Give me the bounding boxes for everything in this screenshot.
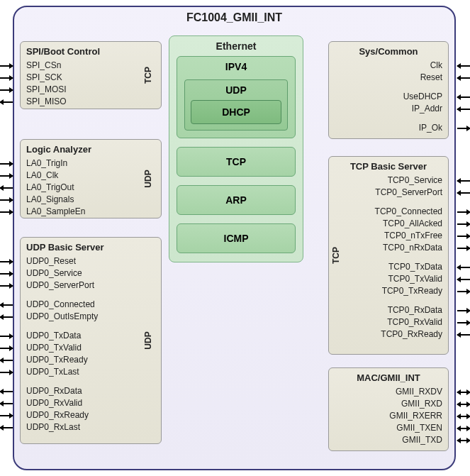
port-arrow bbox=[457, 416, 470, 417]
port-arrow bbox=[457, 192, 470, 194]
port-arrow bbox=[457, 109, 470, 110]
signal-label: IP_Ok bbox=[335, 122, 442, 134]
port-arrow bbox=[0, 427, 13, 428]
signal-label: UDP0_RxReady bbox=[26, 409, 155, 421]
icmp-block: ICMP bbox=[177, 223, 296, 253]
signal-label: GMII_TXD bbox=[335, 434, 442, 446]
port-arrow bbox=[0, 175, 13, 177]
port-arrow bbox=[457, 77, 470, 79]
signal-label: TCP0_nRxData bbox=[335, 242, 442, 254]
protocol-tag: TCP bbox=[143, 67, 153, 84]
port-arrow bbox=[0, 360, 13, 361]
port-arrow bbox=[457, 267, 470, 268]
signal-label: LA0_Signals bbox=[26, 194, 155, 206]
signal-label: GMII_RXERR bbox=[335, 410, 442, 422]
ethernet-title: Ethernet bbox=[177, 40, 296, 52]
signal-label: UDP0_TxReady bbox=[26, 354, 155, 366]
block-title: TCP Basic Server bbox=[335, 161, 442, 172]
signal-label: UDP0_RxData bbox=[26, 385, 155, 397]
signal-label: UDP0_Reset bbox=[26, 255, 155, 267]
signal-label: Reset bbox=[335, 72, 442, 84]
protocol-tag: TCP bbox=[331, 247, 341, 264]
protocol-tag: UDP bbox=[142, 170, 152, 187]
signal-label: LA0_SampleEn bbox=[26, 206, 155, 218]
signal-label: TCP0_AllAcked bbox=[335, 218, 442, 230]
port-arrow bbox=[457, 428, 470, 429]
port-arrow bbox=[0, 273, 13, 275]
port-arrow bbox=[0, 187, 13, 189]
signal-label: UDP0_TxData bbox=[26, 330, 155, 342]
port-arrow bbox=[457, 96, 470, 98]
signal-label: TCP0_TxReady bbox=[335, 285, 442, 297]
port-arrow bbox=[457, 248, 470, 249]
signal-label: SPI_CSn bbox=[26, 60, 155, 72]
signal-label: TCP0_Service bbox=[335, 175, 442, 187]
port-arrow bbox=[0, 77, 13, 79]
dhcp-block: DHCP bbox=[191, 100, 281, 124]
signal-label: TCP0_RxReady bbox=[335, 328, 442, 341]
port-arrow bbox=[0, 211, 13, 213]
port-arrow bbox=[0, 65, 13, 67]
udp-block: UDP DHCP bbox=[184, 79, 288, 131]
signal-label: Clk bbox=[335, 60, 442, 72]
signal-label: IP_Addr bbox=[335, 103, 442, 115]
signal-label: TCP0_RxValid bbox=[335, 316, 442, 328]
port-arrow bbox=[0, 391, 13, 392]
signal-label: TCP0_TxData bbox=[335, 261, 442, 273]
block-title: MAC/GMII_INT bbox=[335, 372, 442, 383]
arp-block: ARP bbox=[177, 185, 296, 215]
signal-label: UDP0_TxLast bbox=[26, 366, 155, 378]
signal-label: UDP0_Service bbox=[26, 267, 155, 279]
port-arrow bbox=[0, 163, 13, 165]
signal-label: LA0_TrigOut bbox=[26, 182, 155, 194]
signal-label: SPI_SCK bbox=[26, 72, 155, 84]
chip-container: FC1004_GMII_INT SPI/Boot Control SPI_CSn… bbox=[13, 6, 456, 470]
chip-title: FC1004_GMII_INT bbox=[14, 11, 454, 24]
signal-label: LA0_TrigIn bbox=[26, 157, 155, 170]
port-arrow bbox=[0, 285, 13, 287]
port-arrow bbox=[457, 223, 470, 225]
signal-label: UDP0_RxValid bbox=[26, 397, 155, 409]
port-arrow bbox=[457, 310, 470, 311]
ethernet-stack: Ethernet IPV4 UDP DHCP TCP ARP ICMP bbox=[169, 35, 303, 262]
signal-label: GMII_RXDV bbox=[335, 386, 442, 398]
block-title: SPI/Boot Control bbox=[26, 46, 155, 57]
port-arrow bbox=[457, 236, 470, 237]
port-arrow bbox=[457, 404, 470, 405]
port-arrow bbox=[0, 304, 13, 306]
signal-label: SPI_MISO bbox=[26, 96, 155, 108]
signal-label: UDP0_ServerPort bbox=[26, 279, 155, 292]
signal-label: TCP0_RxData bbox=[335, 304, 442, 316]
block-logic-analyzer: Logic Analyzer LA0_TrigIn LA0_Clk LA0_Tr… bbox=[20, 139, 162, 218]
port-arrow bbox=[457, 392, 470, 393]
port-arrow bbox=[0, 101, 13, 103]
port-arrow bbox=[457, 322, 470, 323]
port-arrow bbox=[0, 403, 13, 404]
block-sys-common: Sys/Common Clk Reset UseDHCP IP_Addr IP_… bbox=[328, 41, 449, 139]
port-arrow bbox=[457, 211, 470, 213]
block-title: Sys/Common bbox=[335, 46, 442, 57]
signal-label: UseDHCP bbox=[335, 91, 442, 103]
port-arrow bbox=[457, 440, 470, 441]
signal-label: TCP0_ServerPort bbox=[335, 187, 442, 199]
signal-label: TCP0_Connected bbox=[335, 206, 442, 218]
port-arrow bbox=[457, 291, 470, 292]
signal-label: UDP0_TxValid bbox=[26, 342, 155, 354]
signal-label: TCP0_TxValid bbox=[335, 273, 442, 285]
port-arrow bbox=[457, 334, 470, 336]
port-arrow bbox=[457, 128, 470, 129]
signal-label: UDP0_Connected bbox=[26, 299, 155, 311]
port-arrow bbox=[0, 415, 13, 416]
signal-label: UDP0_OutIsEmpty bbox=[26, 311, 155, 323]
block-title: Logic Analyzer bbox=[26, 144, 155, 155]
signal-label: TCP0_nTxFree bbox=[335, 230, 442, 242]
port-arrow bbox=[0, 199, 13, 201]
block-tcp-basic-server: TCP Basic Server TCP0_Service TCP0_Serve… bbox=[328, 156, 449, 355]
port-arrow bbox=[457, 65, 470, 67]
protocol-tag: UDP bbox=[142, 331, 152, 349]
port-arrow bbox=[0, 336, 13, 337]
block-udp-basic-server: UDP Basic Server UDP0_Reset UDP0_Service… bbox=[20, 237, 162, 444]
signal-label: UDP0_RxLast bbox=[26, 421, 155, 433]
port-arrow bbox=[0, 261, 13, 262]
port-arrow bbox=[457, 279, 470, 280]
